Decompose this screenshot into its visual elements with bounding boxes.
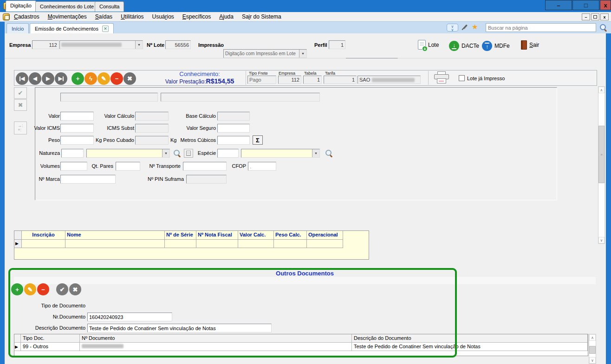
pin-disabled-icon[interactable]: [461, 24, 468, 31]
outros-cancel-button[interactable]: ✖: [69, 283, 81, 295]
descricao-documento-field[interactable]: Teste de Pedido de Conatiner Sem vincula…: [87, 324, 272, 332]
printer-icon[interactable]: [433, 71, 450, 84]
col-inscricao[interactable]: Inscrição: [22, 231, 65, 240]
valor-calculo-field[interactable]: [135, 112, 169, 121]
last-record-button[interactable]: ▶: [55, 72, 67, 85]
lote-impresso-checkbox[interactable]: [459, 75, 465, 81]
tab-emissao-conhecimentos[interactable]: Emissão de Conhecimentos ✕: [30, 23, 114, 33]
volumes-field[interactable]: [60, 162, 87, 171]
col-nota-fiscal[interactable]: Nº Nota Fiscal: [196, 231, 238, 240]
col-valor-calc[interactable]: Valor Calc.: [238, 231, 274, 240]
menu-usuarios[interactable]: Usuários: [148, 13, 178, 20]
next-record-button[interactable]: ▶: [42, 72, 54, 85]
mdi-close-button[interactable]: x: [600, 13, 609, 20]
tab-close-icon[interactable]: ✕: [102, 26, 109, 32]
form-top-field-1[interactable]: [60, 93, 158, 102]
outros-grid-scrollbar[interactable]: ∧ ∨: [589, 334, 596, 364]
tipo-frete-field[interactable]: Pago: [247, 76, 276, 84]
tabela-field[interactable]: 1: [303, 76, 322, 84]
scrollbar-thumb[interactable]: ≡: [598, 126, 604, 183]
scroll-up-icon[interactable]: ∧: [598, 87, 604, 93]
valor-icms-field[interactable]: [60, 124, 94, 133]
subtab-conhecimentos-do-lote[interactable]: Conhecimentos do Lote: [35, 1, 98, 12]
col-serie[interactable]: Nº de Série: [165, 231, 196, 240]
tab-inicio[interactable]: Início: [6, 23, 29, 33]
notas-grid-empty-row[interactable]: ▶: [14, 240, 369, 248]
dropdown-arrow-icon[interactable]: ▼: [162, 149, 169, 157]
mdi-restore-button[interactable]: [591, 13, 599, 20]
edit-record-button[interactable]: ✎: [98, 72, 110, 85]
form-top-field-2[interactable]: [161, 93, 320, 102]
search-input[interactable]: [486, 23, 596, 32]
cancel-record-button[interactable]: ✖: [124, 72, 136, 85]
subtab-digitacao[interactable]: Digitação: [6, 0, 36, 12]
qt-pares-field[interactable]: [116, 162, 140, 171]
outros-confirm-button[interactable]: ✔: [56, 283, 68, 295]
n-transporte-field[interactable]: [183, 162, 227, 171]
strip-cancel-button[interactable]: ✖: [14, 99, 27, 111]
perfil-code-field[interactable]: 1: [329, 40, 345, 49]
outros-edit-button[interactable]: ✎: [24, 283, 36, 295]
sum-button[interactable]: Σ: [253, 135, 263, 145]
subtab-consulta[interactable]: Consulta: [95, 1, 124, 12]
lote-button[interactable]: + Lote: [418, 40, 439, 50]
menu-cadastros[interactable]: Cadastros: [10, 13, 44, 20]
sair-button[interactable]: Sair: [521, 40, 539, 50]
menu-sair-do-sistema[interactable]: Sair do Sistema: [238, 13, 286, 20]
natureza-combo[interactable]: ▼: [86, 149, 170, 158]
menu-utilitarios[interactable]: Utilitários: [117, 13, 148, 20]
empresa-code-field[interactable]: 112: [32, 40, 59, 49]
tarifa-desc-field[interactable]: SAO: [358, 76, 421, 84]
menu-especificos[interactable]: Específicos: [178, 13, 215, 20]
n-pin-suframa-field[interactable]: [186, 175, 227, 184]
col-n-documento[interactable]: Nº Documento: [80, 334, 352, 343]
col-tipo-doc[interactable]: Tipo Doc.: [21, 334, 80, 343]
empresa-mini-field[interactable]: 112: [278, 76, 301, 84]
col-peso-calc[interactable]: Peso Calc.: [274, 231, 307, 240]
especie-code-field[interactable]: [217, 149, 239, 158]
base-calculo-field[interactable]: [217, 112, 250, 121]
main-scrollbar[interactable]: ∧ ≡ ∨: [598, 86, 605, 244]
dropdown-arrow-icon[interactable]: ▼: [135, 41, 143, 49]
tarifa-field[interactable]: 1: [324, 76, 357, 84]
outros-add-button[interactable]: +: [11, 283, 23, 295]
search-icon[interactable]: [600, 24, 607, 31]
nr-documento-field[interactable]: 160420240923: [87, 313, 172, 321]
menu-ajuda[interactable]: Ajuda: [215, 13, 238, 20]
expand-button[interactable]: ∨ ∨: [447, 24, 458, 32]
minimize-button[interactable]: –: [545, 0, 572, 10]
scroll-down-icon[interactable]: ∨: [589, 357, 596, 364]
mdi-minimize-button[interactable]: –: [582, 13, 590, 20]
mdfe-button[interactable]: ↑ MDFe: [482, 41, 510, 51]
dropdown-arrow-icon[interactable]: ▼: [299, 50, 306, 57]
lote-field[interactable]: 56556: [165, 40, 191, 49]
valor-field[interactable]: [60, 112, 94, 121]
especie-combo[interactable]: ▼: [241, 149, 320, 158]
outros-grid-row[interactable]: ▶ 99 - Outros Teste de Pedido de Conatin…: [14, 343, 588, 351]
outros-delete-button[interactable]: −: [37, 283, 49, 295]
first-record-button[interactable]: ◀: [16, 72, 28, 85]
previous-record-button[interactable]: ◀: [29, 72, 41, 85]
add-record-button[interactable]: +: [72, 72, 84, 85]
dacte-button[interactable]: ↓ DACTe: [449, 41, 479, 51]
metros-cubicos-field[interactable]: [217, 136, 250, 145]
empresa-name-combo[interactable]: ▼: [59, 40, 143, 49]
strip-confirm-button[interactable]: ✔: [14, 87, 27, 99]
menu-movimentacoes[interactable]: Movimentações: [44, 13, 91, 20]
menu-saidas[interactable]: Saídas: [91, 13, 117, 20]
n-marca-field[interactable]: [60, 175, 116, 184]
delete-record-button[interactable]: −: [110, 72, 123, 85]
especie-search-icon[interactable]: [325, 150, 332, 157]
icms-subst-field[interactable]: [135, 124, 169, 133]
cfop-field[interactable]: .: [248, 162, 276, 171]
quick-action-button[interactable]: ϟ: [84, 72, 97, 85]
impressao-combo[interactable]: Digitação com Impressão em Lote ▼: [223, 49, 307, 58]
close-button[interactable]: x: [600, 0, 611, 10]
valor-seguro-field[interactable]: [217, 124, 250, 133]
scroll-up-icon[interactable]: ∧: [589, 334, 596, 341]
maximize-button[interactable]: □: [572, 0, 599, 10]
peso-field[interactable]: [60, 136, 94, 145]
dropdown-arrow-icon[interactable]: ▼: [312, 149, 319, 157]
col-nome[interactable]: Nome: [65, 231, 165, 240]
favorite-star-icon[interactable]: ★: [472, 23, 478, 31]
